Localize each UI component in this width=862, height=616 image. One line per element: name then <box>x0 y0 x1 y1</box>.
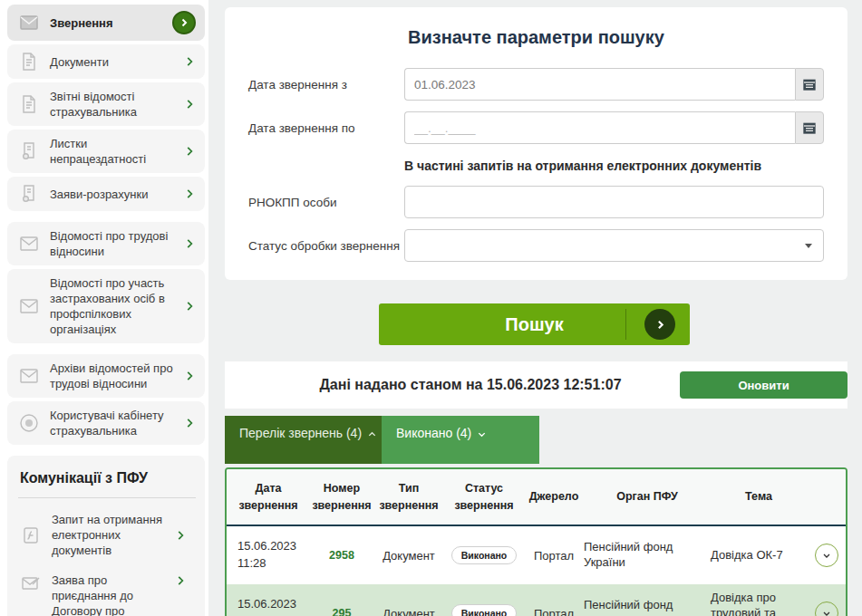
status-badge: Виконано <box>451 546 518 564</box>
date-to-row: Дата звернення по <box>248 111 824 144</box>
cell-source: Портал <box>524 549 584 563</box>
status-row: Статус обробки звернення <box>248 229 824 262</box>
date-from-label: Дата звернення з <box>248 78 404 91</box>
sidebar-item-label: Архіви відомостей про трудові відносини <box>50 361 173 391</box>
e-document-icon <box>20 525 42 546</box>
search-button-label: Пошук <box>505 314 563 334</box>
expand-row-button[interactable] <box>815 602 838 616</box>
chevron-right-icon <box>174 529 187 542</box>
rnokpp-label: РНОКПП особи <box>248 196 404 209</box>
section-note: В частині запитів на отримання електронн… <box>404 159 824 173</box>
chevron-right-icon <box>183 300 196 313</box>
sidebar-item-uchast-profspilky[interactable]: Відомості про участь застрахованих осіб … <box>7 269 205 343</box>
chevron-right-icon <box>183 188 196 200</box>
tab-label: Перелік звернень (4) <box>239 426 362 440</box>
sidebar-item-trudovi-vidnosyny[interactable]: Відомості про трудові відносини <box>7 222 205 265</box>
col-header-number: Номер звернення <box>310 476 373 518</box>
col-header-type: Тип звернення <box>373 476 444 518</box>
tab-perelik-zvernen[interactable]: Перелік звернень (4) <box>225 416 382 464</box>
cell-organ: Пенсійний фонд України <box>584 598 711 616</box>
envelope-icon <box>18 12 40 34</box>
data-timestamp-text: Дані надано станом на 15.06.2023 12:51:0… <box>225 377 680 393</box>
main-content: Визначте параметри пошуку Дата звернення… <box>208 0 862 616</box>
cell-status: Виконано <box>444 604 524 616</box>
sidebar-item-zayava-pryyednannya[interactable]: Заява про приєднання до Договору про над… <box>18 566 196 616</box>
sidebar-item-label: Звітні відомості страхувальника <box>50 89 173 120</box>
communications-title: Комунікації з ПФУ <box>18 467 196 498</box>
cell-type: Документ <box>373 549 444 563</box>
cell-organ: Пенсійний фонд України <box>584 540 711 571</box>
active-arrow-circle <box>172 11 196 34</box>
calendar-icon[interactable] <box>795 68 824 101</box>
envelope-pencil-icon <box>20 573 42 594</box>
sidebar-item-label: Відомості про трудові відносини <box>50 228 173 259</box>
sidebar-item-zvitni-vidomosti[interactable]: Звітні відомості страхувальника <box>7 82 205 126</box>
scroll-gear-icon <box>18 183 40 205</box>
chevron-right-icon <box>183 145 196 158</box>
appeal-number-link[interactable]: 295 <box>310 607 373 616</box>
envelope-icon <box>18 233 40 255</box>
communications-section: Комунікації з ПФУ Запит на отримання еле… <box>7 456 205 616</box>
tab-vykonano[interactable]: Виконано (4) <box>382 416 539 464</box>
table-row: 15.06.2023 11:27 295 Документ Виконано П… <box>227 584 846 616</box>
sidebar-item-dokumenty[interactable]: Документи <box>7 44 205 79</box>
sidebar-item-label: Заява про приєднання до Договору про над… <box>52 573 164 616</box>
sidebar-item-label: Запит на отримання електронних документі… <box>52 512 164 558</box>
cell-date: 15.06.2023 11:27 <box>227 596 310 616</box>
chevron-up-icon <box>367 429 377 439</box>
sidebar-item-lystky[interactable]: Листки непрацездатності <box>7 130 205 173</box>
sidebar-item-label: Листки непрацездатності <box>50 136 173 167</box>
envelope-icon <box>18 365 40 387</box>
sidebar-item-arkhivy[interactable]: Архіви відомостей про трудові відносини <box>7 354 205 398</box>
sidebar-item-zapyt-edocs[interactable]: Запит на отримання електронних документі… <box>18 505 196 564</box>
cell-source: Портал <box>524 607 584 616</box>
date-from-row: Дата звернення з <box>248 68 824 101</box>
sidebar-item-zayavy-rozrakhunky[interactable]: Заяви-розрахунки <box>7 177 205 211</box>
col-header-source: Джерело <box>524 485 584 509</box>
arrow-right-icon <box>644 309 675 340</box>
cell-theme: Довідка про трудовий та страховий стаж <box>711 591 807 616</box>
expand-row-button[interactable] <box>815 544 838 567</box>
cell-date: 15.06.2023 11:28 <box>227 538 310 573</box>
page-title: Визначте параметри пошуку <box>248 27 824 48</box>
button-divider <box>625 309 626 340</box>
chevron-right-icon <box>183 370 196 382</box>
tab-label: Виконано (4) <box>396 426 471 440</box>
sidebar-item-label: Відомості про участь застрахованих осіб … <box>50 275 173 337</box>
status-badge: Виконано <box>451 604 518 616</box>
sidebar-item-label: Звернення <box>50 15 162 31</box>
calendar-icon[interactable] <box>795 111 824 144</box>
document-icon <box>18 93 40 115</box>
search-button[interactable]: Пошук <box>379 303 690 345</box>
sidebar-item-label: Користувачі кабінету страхувальника <box>50 408 173 438</box>
chevron-down-icon <box>477 429 487 439</box>
envelope-icon <box>18 295 40 317</box>
col-header-organ: Орган ПФУ <box>584 485 711 509</box>
refresh-button[interactable]: Оновити <box>680 371 847 399</box>
col-header-theme: Тема <box>711 485 807 509</box>
chevron-down-icon <box>821 608 832 616</box>
table-row: 15.06.2023 11:28 2958 Документ Виконано … <box>227 526 846 584</box>
col-header-status: Статус звернення <box>444 476 524 518</box>
scroll-gear-icon <box>18 140 40 162</box>
results-tabs: Перелік звернень (4) Виконано (4) <box>225 416 847 464</box>
cell-type: Документ <box>373 607 444 616</box>
users-circle-icon <box>18 412 40 434</box>
date-from-input[interactable] <box>404 68 795 101</box>
sidebar-item-zvernennya[interactable]: Звернення <box>7 5 205 41</box>
status-label: Статус обробки звернення <box>248 239 404 253</box>
sidebar-item-korystuvachi[interactable]: Користувачі кабінету страхувальника <box>7 401 205 445</box>
rnokpp-input[interactable] <box>404 186 824 218</box>
sidebar-item-label: Документи <box>50 54 173 70</box>
data-status-bar: Дані надано станом на 15.06.2023 12:51:0… <box>225 361 847 409</box>
appeal-number-link[interactable]: 2958 <box>310 549 373 562</box>
date-to-input[interactable] <box>404 111 795 144</box>
chevron-right-icon <box>183 417 196 429</box>
search-button-area: Пошук <box>225 303 847 345</box>
status-select[interactable] <box>404 229 824 262</box>
chevron-down-icon <box>805 244 812 248</box>
cell-status: Виконано <box>444 546 524 564</box>
search-form-panel: Визначте параметри пошуку Дата звернення… <box>225 7 847 280</box>
chevron-down-icon <box>821 550 832 561</box>
chevron-right-icon <box>183 55 196 68</box>
